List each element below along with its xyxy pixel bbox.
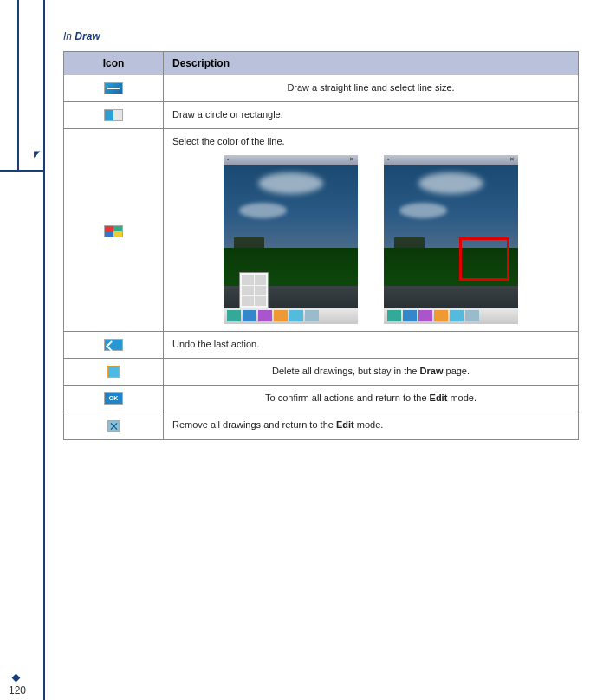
screenshot-right: ▪✕ xyxy=(384,155,518,324)
selection-rectangle xyxy=(459,237,509,281)
page-number: 120 xyxy=(9,684,26,697)
left-margin-rule xyxy=(43,0,45,700)
table-row: OK To confirm all actions and return to … xyxy=(64,386,579,412)
margin-arrow-icon: ◤ xyxy=(34,149,41,159)
section-title-bold: Draw xyxy=(75,30,100,42)
draw-icons-table: Icon Description Draw a straight line an… xyxy=(63,51,579,440)
screenshots-row: ▪✕ ▪✕ xyxy=(172,155,569,324)
desc-confirm: To confirm all actions and return to the… xyxy=(164,386,579,412)
desc-color-cell: Select the color of the line. ▪✕ xyxy=(164,129,579,332)
page-ornament-icon xyxy=(12,674,21,683)
desc-color: Select the color of the line. xyxy=(172,136,569,146)
section-heading: In Draw xyxy=(63,30,579,42)
line-tool-icon xyxy=(104,82,123,94)
section-prefix: In xyxy=(63,30,75,42)
cancel-icon xyxy=(107,420,120,432)
header-description: Description xyxy=(164,52,579,75)
desc-delete: Delete all drawings, but stay in the Dra… xyxy=(164,359,579,386)
side-rule-vert xyxy=(17,0,19,170)
undo-icon xyxy=(104,339,123,351)
page-content: In Draw Icon Description Draw a straight… xyxy=(63,30,579,440)
table-row: Delete all drawings, but stay in the Dra… xyxy=(64,359,579,386)
table-row: Undo the last action. xyxy=(64,332,579,359)
side-rule-horiz xyxy=(0,170,43,172)
desc-remove: Remove all drawings and return to the Ed… xyxy=(164,412,579,439)
ok-icon: OK xyxy=(104,392,123,405)
screenshot-left: ▪✕ xyxy=(224,155,358,324)
desc-shape: Draw a circle or rectangle. xyxy=(164,102,579,129)
desc-undo: Undo the last action. xyxy=(164,332,579,359)
table-row: Draw a straight line and select line siz… xyxy=(64,75,579,102)
shape-tool-icon xyxy=(104,109,123,121)
table-row: Remove all drawings and return to the Ed… xyxy=(64,412,579,439)
desc-line: Draw a straight line and select line siz… xyxy=(164,75,579,102)
table-row: Draw a circle or rectangle. xyxy=(64,102,579,129)
table-row: Select the color of the line. ▪✕ xyxy=(64,129,579,332)
delete-icon xyxy=(107,366,120,378)
color-tool-icon xyxy=(104,225,123,237)
header-icon: Icon xyxy=(64,52,164,75)
